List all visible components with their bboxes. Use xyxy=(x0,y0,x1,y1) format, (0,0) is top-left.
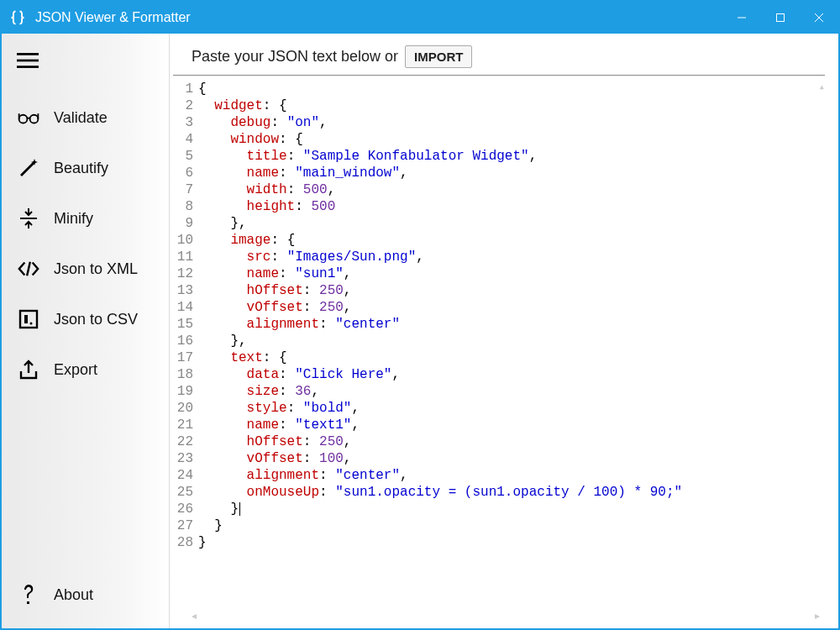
line-number: 22 xyxy=(173,433,193,450)
line-number: 21 xyxy=(173,417,193,433)
sidebar-item-export[interactable]: Export xyxy=(2,344,169,395)
code-line[interactable]: style: "bold", xyxy=(198,400,825,417)
code-line[interactable]: vOffset: 250, xyxy=(198,299,825,316)
instructions-row: Paste your JSON text below or IMPORT xyxy=(173,45,825,76)
line-number: 14 xyxy=(173,299,193,316)
window-title: JSON Viewer & Formatter xyxy=(34,10,722,25)
sidebar-item-json-to-csv[interactable]: Json to CSV xyxy=(2,294,169,344)
app-body: Validate Beautify Minify xyxy=(2,34,838,628)
line-number-gutter: 1234567891011121314151617181920212223242… xyxy=(173,81,198,608)
line-number: 5 xyxy=(173,148,193,165)
svg-point-13 xyxy=(30,323,33,325)
sidebar-item-label: Beautify xyxy=(54,160,108,177)
sidebar-item-beautify[interactable]: Beautify xyxy=(2,143,169,193)
code-line[interactable]: window: { xyxy=(198,131,825,148)
code-editor[interactable]: ▴ 12345678910111213141516171819202122232… xyxy=(173,76,825,608)
line-number: 26 xyxy=(173,501,193,517)
sidebar-item-minify[interactable]: Minify xyxy=(2,193,169,244)
svg-line-10 xyxy=(27,262,30,276)
code-line[interactable]: height: 500 xyxy=(198,198,825,215)
code-line[interactable]: alignment: "center", xyxy=(198,467,825,484)
sidebar-item-label: Validate xyxy=(54,109,108,127)
line-number: 4 xyxy=(173,131,193,148)
line-number: 28 xyxy=(173,534,193,551)
svg-point-8 xyxy=(30,115,39,123)
sidebar-item-label: Minify xyxy=(54,210,93,228)
code-line[interactable]: } xyxy=(198,534,825,551)
code-line[interactable]: data: "Click Here", xyxy=(198,366,825,383)
code-line[interactable]: title: "Sample Konfabulator Widget", xyxy=(198,148,825,165)
code-line[interactable]: text: { xyxy=(198,349,825,366)
code-line[interactable]: { xyxy=(198,81,825,97)
export-icon xyxy=(17,358,40,381)
line-number: 23 xyxy=(173,450,193,467)
svg-point-7 xyxy=(19,115,28,123)
line-number: 1 xyxy=(173,81,193,97)
window-controls xyxy=(722,2,838,34)
scroll-up-icon[interactable]: ▴ xyxy=(819,81,825,93)
text-cursor xyxy=(239,502,240,516)
code-line[interactable]: hOffset: 250, xyxy=(198,433,825,450)
svg-rect-11 xyxy=(20,311,37,328)
sidebar-items: Validate Beautify Minify xyxy=(2,92,169,570)
instructions-text: Paste your JSON text below or xyxy=(192,48,398,66)
code-line[interactable]: width: 500, xyxy=(198,181,825,198)
line-number: 11 xyxy=(173,249,193,265)
code-icon xyxy=(17,257,40,281)
code-line[interactable]: onMouseUp: "sun1.opacity = (sun1.opacity… xyxy=(198,484,825,501)
sidebar-item-validate[interactable]: Validate xyxy=(2,92,169,143)
code-line[interactable]: widget: { xyxy=(198,97,825,114)
scroll-right-icon[interactable]: ▸ xyxy=(815,610,820,622)
line-number: 10 xyxy=(173,232,193,249)
code-line[interactable]: hOffset: 250, xyxy=(198,282,825,299)
code-content[interactable]: { widget: { debug: "on", window: { title… xyxy=(198,81,825,608)
main-pane: Paste your JSON text below or IMPORT ▴ 1… xyxy=(170,34,838,628)
app-logo-icon xyxy=(2,9,34,26)
code-line[interactable]: src: "Images/Sun.png", xyxy=(198,249,825,265)
close-button[interactable] xyxy=(800,2,838,34)
sidebar-item-label: Json to CSV xyxy=(54,311,138,328)
minimize-button[interactable] xyxy=(722,2,761,34)
code-line[interactable]: }, xyxy=(198,215,825,232)
compress-icon xyxy=(17,207,40,230)
sidebar-bottom: About xyxy=(2,570,169,628)
code-line[interactable]: alignment: "center" xyxy=(198,316,825,333)
line-number: 25 xyxy=(173,484,193,501)
scroll-left-icon[interactable]: ◂ xyxy=(192,610,197,622)
svg-rect-14 xyxy=(27,601,29,604)
csv-icon xyxy=(17,307,40,331)
line-number: 12 xyxy=(173,265,193,282)
line-number: 16 xyxy=(173,333,193,349)
maximize-button[interactable] xyxy=(761,2,800,34)
line-number: 19 xyxy=(173,383,193,400)
code-line[interactable]: size: 36, xyxy=(198,383,825,400)
sidebar-item-label: Export xyxy=(54,361,97,379)
line-number: 17 xyxy=(173,349,193,366)
app-window: JSON Viewer & Formatter xyxy=(0,0,840,630)
horizontal-scrollbar[interactable]: ◂ ▸ xyxy=(173,608,825,623)
code-line[interactable]: vOffset: 100, xyxy=(198,450,825,467)
code-line[interactable]: image: { xyxy=(198,232,825,249)
question-icon xyxy=(17,583,40,606)
sidebar-item-about[interactable]: About xyxy=(2,570,169,620)
sidebar-item-label: Json to XML xyxy=(54,260,138,278)
code-line[interactable]: name: "text1", xyxy=(198,417,825,433)
code-line[interactable]: name: "sun1", xyxy=(198,265,825,282)
code-line[interactable]: } xyxy=(198,517,825,534)
line-number: 6 xyxy=(173,165,193,181)
code-line[interactable]: debug: "on", xyxy=(198,114,825,131)
line-number: 7 xyxy=(173,181,193,198)
svg-rect-1 xyxy=(777,14,785,22)
line-number: 9 xyxy=(173,215,193,232)
line-number: 3 xyxy=(173,114,193,131)
import-button[interactable]: IMPORT xyxy=(405,45,472,68)
line-number: 27 xyxy=(173,517,193,534)
code-line[interactable]: name: "main_window", xyxy=(198,165,825,181)
line-number: 8 xyxy=(173,198,193,215)
menu-toggle-button[interactable] xyxy=(2,40,169,92)
code-line[interactable]: }, xyxy=(198,333,825,349)
sidebar-item-json-to-xml[interactable]: Json to XML xyxy=(2,244,169,294)
sidebar-item-label: About xyxy=(54,586,93,604)
code-line[interactable]: } xyxy=(198,501,825,517)
line-number: 20 xyxy=(173,400,193,417)
